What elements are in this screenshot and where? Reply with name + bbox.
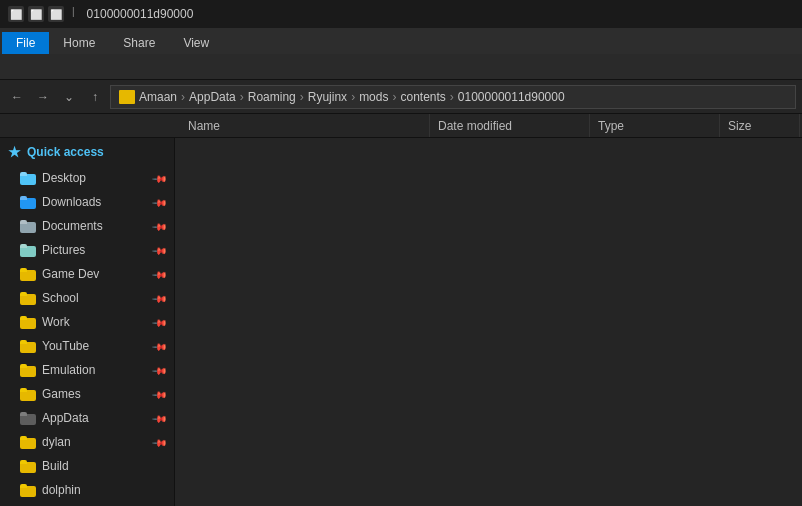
tab-file[interactable]: File [2, 32, 49, 54]
app-icon-2: ⬜ [28, 6, 44, 22]
main-area: ★ Quick access Desktop 📌 Downloads 📌 Doc… [0, 138, 802, 506]
pin-icon-gamedev: 📌 [152, 266, 168, 282]
col-header-size[interactable]: Size [720, 114, 800, 137]
col-header-date[interactable]: Date modified [430, 114, 590, 137]
sidebar-label-appdata: AppData [42, 411, 89, 425]
path-roaming: Roaming [248, 90, 296, 104]
pin-icon-work: 📌 [152, 314, 168, 330]
pin-icon-emulation: 📌 [152, 362, 168, 378]
ribbon-tabs: File Home Share View [0, 28, 802, 54]
folder-icon-build [20, 460, 36, 473]
sidebar: ★ Quick access Desktop 📌 Downloads 📌 Doc… [0, 138, 175, 506]
pin-icon-desktop: 📌 [152, 170, 168, 186]
tab-view[interactable]: View [169, 32, 223, 54]
folder-icon-dolphin [20, 484, 36, 497]
title-bar: ⬜ ⬜ ⬜ | 0100000011d90000 [0, 0, 802, 28]
tab-home[interactable]: Home [49, 32, 109, 54]
folder-icon-appdata [20, 412, 36, 425]
sidebar-label-downloads: Downloads [42, 195, 101, 209]
pin-icon-appdata: 📌 [152, 410, 168, 426]
sidebar-label-desktop: Desktop [42, 171, 86, 185]
sidebar-item-downloads[interactable]: Downloads 📌 [0, 190, 174, 214]
folder-icon-desktop [20, 172, 36, 185]
sidebar-label-pictures: Pictures [42, 243, 85, 257]
window-title: 0100000011d90000 [87, 7, 194, 21]
col-header-type[interactable]: Type [590, 114, 720, 137]
pin-icon-youtube: 📌 [152, 338, 168, 354]
folder-icon-games [20, 388, 36, 401]
sidebar-label-dolphin: dolphin [42, 483, 81, 497]
sidebar-label-work: Work [42, 315, 70, 329]
up-button[interactable]: ↑ [84, 86, 106, 108]
folder-icon-work [20, 316, 36, 329]
quick-access-label: Quick access [27, 145, 104, 159]
app-icon-1: ⬜ [8, 6, 24, 22]
back-button[interactable]: ← [6, 86, 28, 108]
sidebar-item-documents[interactable]: Documents 📌 [0, 214, 174, 238]
forward-button[interactable]: → [32, 86, 54, 108]
sidebar-item-games[interactable]: Games 📌 [0, 382, 174, 406]
sidebar-item-youtube[interactable]: YouTube 📌 [0, 334, 174, 358]
folder-icon-pictures [20, 244, 36, 257]
sidebar-item-notepad[interactable]: notepad [0, 502, 174, 506]
sidebar-label-dylan: dylan [42, 435, 71, 449]
sidebar-item-dylan[interactable]: dylan 📌 [0, 430, 174, 454]
quick-access-header[interactable]: ★ Quick access [0, 138, 174, 166]
sidebar-label-games: Games [42, 387, 81, 401]
sidebar-label-build: Build [42, 459, 69, 473]
folder-icon-emulation [20, 364, 36, 377]
sidebar-label-school: School [42, 291, 79, 305]
folder-icon-downloads [20, 196, 36, 209]
sidebar-item-gamedev[interactable]: Game Dev 📌 [0, 262, 174, 286]
sidebar-item-school[interactable]: School 📌 [0, 286, 174, 310]
pin-icon-documents: 📌 [152, 218, 168, 234]
folder-icon-gamedev [20, 268, 36, 281]
folder-icon-youtube [20, 340, 36, 353]
folder-icon-dylan [20, 436, 36, 449]
sidebar-label-emulation: Emulation [42, 363, 95, 377]
path-contents: contents [400, 90, 445, 104]
sidebar-item-emulation[interactable]: Emulation 📌 [0, 358, 174, 382]
folder-icon-documents [20, 220, 36, 233]
star-icon: ★ [8, 144, 21, 160]
path-mods: mods [359, 90, 388, 104]
sidebar-item-dolphin[interactable]: dolphin [0, 478, 174, 502]
column-headers: Name Date modified Type Size [0, 114, 802, 138]
pin-icon-games: 📌 [152, 386, 168, 402]
file-area[interactable] [175, 138, 802, 506]
sidebar-item-pictures[interactable]: Pictures 📌 [0, 238, 174, 262]
sidebar-label-youtube: YouTube [42, 339, 89, 353]
sidebar-item-build[interactable]: Build [0, 454, 174, 478]
tab-share[interactable]: Share [109, 32, 169, 54]
folder-icon-school [20, 292, 36, 305]
pin-icon-downloads: 📌 [152, 194, 168, 210]
pin-icon-school: 📌 [152, 290, 168, 306]
pin-icon-dylan: 📌 [152, 434, 168, 450]
sidebar-label-documents: Documents [42, 219, 103, 233]
path-appdata: AppData [189, 90, 236, 104]
address-bar: ← → ⌄ ↑ Amaan › AppData › Roaming › Ryuj… [0, 80, 802, 114]
address-path[interactable]: Amaan › AppData › Roaming › Ryujinx › mo… [110, 85, 796, 109]
sidebar-item-work[interactable]: Work 📌 [0, 310, 174, 334]
sidebar-item-desktop[interactable]: Desktop 📌 [0, 166, 174, 190]
pin-icon-pictures: 📌 [152, 242, 168, 258]
app-icon-3: ⬜ [48, 6, 64, 22]
recent-button[interactable]: ⌄ [58, 86, 80, 108]
sidebar-label-gamedev: Game Dev [42, 267, 99, 281]
path-ryujinx: Ryujinx [308, 90, 347, 104]
sidebar-item-appdata[interactable]: AppData 📌 [0, 406, 174, 430]
path-folder: 0100000011d90000 [458, 90, 565, 104]
path-amaan: Amaan [139, 90, 177, 104]
col-header-name[interactable]: Name [180, 114, 430, 137]
title-bar-icons: ⬜ ⬜ ⬜ | [8, 6, 75, 22]
ribbon-content [0, 54, 802, 80]
ribbon: File Home Share View [0, 28, 802, 80]
